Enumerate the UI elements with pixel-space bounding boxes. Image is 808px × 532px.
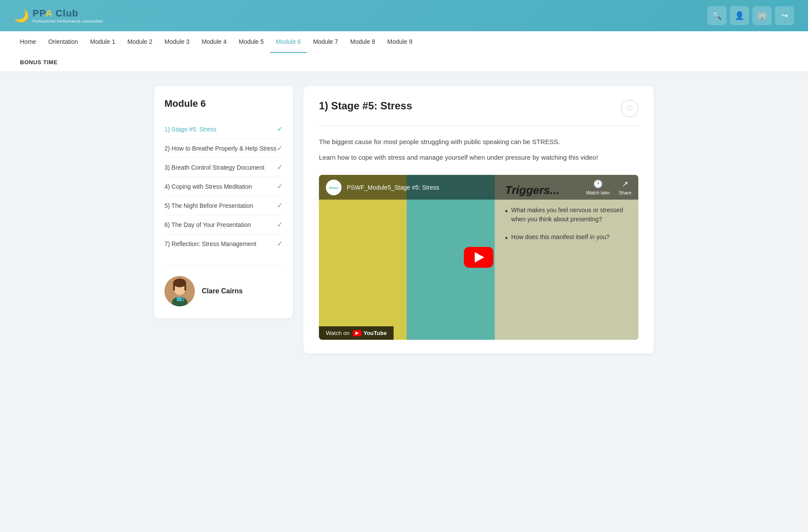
nav-module9[interactable]: Module 9: [381, 31, 419, 53]
youtube-play-triangle: [355, 332, 359, 335]
sidebar-item-label: 4) Coping with Stress Meditation: [164, 183, 252, 190]
nav-module1[interactable]: Module 1: [84, 31, 122, 53]
user-button[interactable]: 👤: [730, 6, 749, 25]
sidebar-item-label: 3) Breath Control Strategy Document: [164, 164, 264, 171]
sidebar-item-reflection[interactable]: 7) Reflection: Stress Management ✓: [164, 234, 282, 253]
sidebar-item-label: 2) How to Breathe Properly & Help Stress: [164, 145, 276, 152]
panel-header: 1) Stage #5: Stress ♡: [319, 100, 638, 126]
share-button[interactable]: ↗ Share: [619, 179, 631, 195]
logo: 🌙 PPA Club Professional Performance Asso…: [14, 8, 103, 23]
video-title-text: PSWF_Module5_Stage #5: Stress: [347, 184, 581, 191]
sidebar-item-day-of[interactable]: 6) The Day of Your Presentation ✓: [164, 215, 282, 234]
panel-title: 1) Stage #5: Stress: [319, 100, 412, 112]
video-topbar: PPAC PSWF_Module5_Stage #5: Stress 🕐 Wat…: [319, 175, 638, 200]
panel-description: The biggest cause for most people strugg…: [319, 137, 638, 163]
watch-on-text: Watch on: [326, 330, 349, 336]
check-icon-5: ✓: [277, 220, 282, 229]
video-controls-right: 🕐 Watch later ↗ Share: [586, 179, 631, 195]
nav-orientation[interactable]: Orientation: [42, 31, 84, 53]
nav-module5[interactable]: Module 5: [233, 31, 270, 53]
video-bullet-1: What makes you feel nervous or stressed …: [505, 206, 628, 224]
header-icons: 🔍 👤 🏢 ↪: [707, 6, 794, 25]
nav-module2[interactable]: Module 2: [121, 31, 158, 53]
sidebar-item-label: 1) Stage #5: Stress: [164, 126, 217, 133]
video-right-panel: Triggers... What makes you feel nervous …: [495, 175, 638, 340]
sidebar-item-night-before[interactable]: 5) The Night Before Presentation ✓: [164, 196, 282, 215]
header: 🌙 PPA Club Professional Performance Asso…: [0, 0, 808, 31]
nav-module8[interactable]: Module 8: [344, 31, 381, 53]
video-channel-icon: PPAC: [326, 180, 342, 195]
nav-bonus-time[interactable]: BONUS TIME: [14, 53, 64, 72]
desc-paragraph-1: The biggest cause for most people strugg…: [319, 137, 638, 147]
sidebar-module-title: Module 6: [164, 98, 282, 109]
main-content: Module 6 1) Stage #5: Stress ✓ 2) How to…: [144, 86, 664, 354]
play-btn-bg: [464, 247, 493, 268]
svg-point-2: [173, 279, 186, 287]
logo-moon-icon: 🌙: [14, 9, 29, 23]
org-button[interactable]: 🏢: [752, 6, 772, 25]
watch-later-button[interactable]: 🕐 Watch later: [586, 179, 610, 195]
sidebar-item-breathe[interactable]: 2) How to Breathe Properly & Help Stress…: [164, 138, 282, 158]
check-icon-0: ✓: [277, 125, 282, 133]
play-button[interactable]: [464, 247, 493, 268]
svg-rect-6: [177, 297, 182, 301]
share-icon: ↗: [622, 179, 628, 189]
search-button[interactable]: 🔍: [707, 6, 726, 25]
main-panel: 1) Stage #5: Stress ♡ The biggest cause …: [303, 86, 654, 354]
sidebar-item-label: 7) Reflection: Stress Management: [164, 240, 256, 247]
clock-icon: 🕐: [593, 179, 603, 189]
video-yellow-panel: [319, 175, 407, 340]
nav-home[interactable]: Home: [14, 31, 42, 53]
sidebar-item-breath-control[interactable]: 3) Breath Control Strategy Document ✓: [164, 158, 282, 177]
logo-title: PPA Club: [33, 8, 103, 19]
logo-pp: PP: [33, 8, 46, 19]
sidebar-item-stage5-stress[interactable]: 1) Stage #5: Stress ✓: [164, 120, 282, 138]
favorite-button[interactable]: ♡: [621, 100, 638, 117]
sidebar-item-label: 6) The Day of Your Presentation: [164, 221, 251, 228]
check-icon-2: ✓: [277, 163, 282, 171]
nav-module7[interactable]: Module 7: [307, 31, 344, 53]
youtube-text: YouTube: [363, 330, 387, 336]
logo-a: A: [46, 8, 53, 19]
avatar: [164, 276, 195, 306]
check-icon-4: ✓: [277, 201, 282, 210]
svg-rect-4: [184, 283, 186, 291]
youtube-logo: YouTube: [353, 330, 387, 336]
video-bullet-2: How does this manifest itself in you?: [505, 233, 628, 244]
logo-text: PPA Club Professional Performance Associ…: [33, 8, 103, 23]
instructor-section: Clare Cairns: [164, 265, 282, 306]
nav-module3[interactable]: Module 3: [158, 31, 196, 53]
check-icon-6: ✓: [277, 240, 282, 248]
sidebar-item-label: 5) The Night Before Presentation: [164, 202, 253, 209]
logo-club: Club: [53, 8, 79, 19]
logo-subtitle: Professional Performance Association: [33, 19, 103, 23]
share-label: Share: [619, 190, 631, 195]
youtube-play-icon: [353, 330, 361, 336]
main-nav: Home Orientation Module 1 Module 2 Modul…: [0, 31, 808, 72]
sidebar-item-coping-meditation[interactable]: 4) Coping with Stress Meditation ✓: [164, 177, 282, 196]
desc-paragraph-2: Learn how to cope with stress and manage…: [319, 152, 638, 163]
svg-text:PPAC: PPAC: [329, 186, 338, 190]
watch-later-label: Watch later: [586, 190, 610, 195]
check-icon-1: ✓: [277, 144, 282, 152]
nav-module6[interactable]: Module 6: [270, 31, 307, 53]
play-triangle-icon: [475, 252, 484, 263]
video-container[interactable]: Triggers... What makes you feel nervous …: [319, 175, 638, 340]
svg-rect-3: [173, 283, 175, 291]
video-bottom-bar[interactable]: Watch on YouTube: [319, 326, 394, 340]
sidebar: Module 6 1) Stage #5: Stress ✓ 2) How to…: [154, 86, 293, 319]
instructor-name: Clare Cairns: [202, 287, 243, 295]
check-icon-3: ✓: [277, 182, 282, 190]
nav-module4[interactable]: Module 4: [196, 31, 233, 53]
logout-button[interactable]: ↪: [775, 6, 794, 25]
